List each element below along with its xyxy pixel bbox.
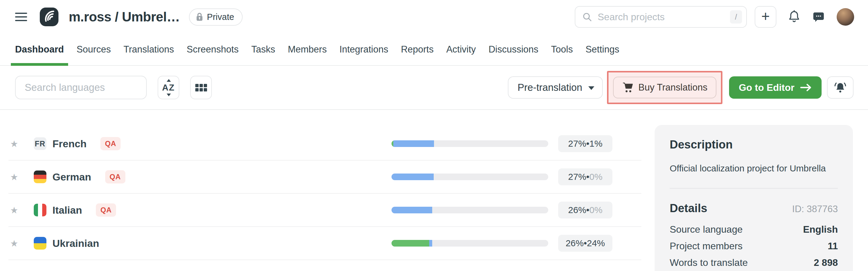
language-name: German	[53, 171, 91, 183]
ringing-bell-icon	[834, 81, 847, 94]
sort-languages-button[interactable]: AZ	[158, 76, 179, 99]
nav-tab-label: Sources	[76, 44, 111, 55]
progress-percent-badge: 26% • 24%	[558, 235, 613, 252]
messages-chat-icon[interactable]	[812, 10, 825, 24]
qa-issues-badge[interactable]: QA	[100, 137, 121, 150]
dashboard-main: ★ FR French QA 27% • 1% ★ German QA	[0, 110, 868, 271]
language-flag-icon	[34, 204, 46, 216]
nav-tab-label: Tasks	[251, 44, 275, 55]
language-list: ★ FR French QA 27% • 1% ★ German QA	[8, 127, 641, 260]
details-list: Source language English Project members …	[670, 224, 838, 268]
description-heading: Description	[670, 138, 838, 151]
nav-tab[interactable]: Activity	[446, 34, 476, 65]
nav-tab[interactable]: Tools	[551, 34, 572, 65]
approved-percent: 24%	[587, 238, 605, 248]
progress-percent-badge: 27% • 1%	[558, 135, 613, 152]
percent-separator: •	[586, 138, 590, 149]
detail-value: 11	[828, 241, 838, 252]
translation-progress-bar	[392, 207, 548, 213]
go-to-editor-button[interactable]: Go to Editor	[729, 76, 822, 99]
project-search-box[interactable]: /	[575, 6, 747, 28]
hamburger-menu-icon[interactable]	[15, 13, 27, 21]
translated-percent: 26%	[568, 205, 586, 215]
nav-tab[interactable]: Screenshots	[187, 34, 239, 65]
translation-progress-bar	[392, 240, 548, 247]
project-info-panel: Description Official localization projec…	[655, 125, 853, 271]
detail-label: Source language	[670, 224, 743, 235]
detail-row: Words to translate 2 898	[670, 257, 838, 268]
go-to-editor-label: Go to Editor	[739, 82, 795, 93]
shopping-cart-icon	[622, 82, 633, 93]
detail-row: Project members 11	[670, 241, 838, 252]
language-flag-icon	[34, 237, 46, 250]
nav-tab[interactable]: Dashboard	[15, 34, 64, 65]
buy-translations-label: Buy Translations	[638, 82, 707, 93]
top-header: m.ross / Umbrel… Private / +	[0, 0, 868, 34]
detail-label: Project members	[670, 241, 743, 252]
nav-tab[interactable]: Members	[288, 34, 327, 65]
language-flag-icon: FR	[34, 137, 46, 150]
create-project-button[interactable]: +	[755, 6, 776, 28]
qa-issues-badge[interactable]: QA	[105, 170, 125, 184]
lock-icon	[195, 12, 204, 21]
keyboard-shortcut-hint: /	[730, 10, 742, 24]
grid-view-button[interactable]	[190, 76, 212, 99]
buy-translations-button[interactable]: Buy Translations	[613, 77, 716, 99]
translated-percent: 27%	[568, 172, 586, 182]
detail-value: 2 898	[814, 257, 838, 268]
details-heading: Details	[670, 202, 707, 215]
translated-percent: 27%	[568, 138, 586, 149]
nav-tab[interactable]: Reports	[401, 34, 434, 65]
favorite-star-icon[interactable]: ★	[8, 205, 20, 215]
nav-tab-label: Screenshots	[187, 44, 239, 55]
panel-divider	[670, 188, 838, 189]
arrow-right-icon	[800, 83, 812, 92]
nav-tab-label: Settings	[586, 44, 619, 55]
project-breadcrumb-title: m.ross / Umbrel…	[69, 9, 180, 24]
favorite-star-icon[interactable]: ★	[8, 238, 20, 249]
language-name: Italian	[53, 204, 82, 216]
detail-row: Source language English	[670, 224, 838, 235]
announcements-button[interactable]	[827, 76, 854, 99]
qa-issues-badge[interactable]: QA	[96, 204, 116, 217]
approved-percent: 0%	[590, 172, 602, 182]
nav-tab[interactable]: Discussions	[489, 34, 538, 65]
language-row[interactable]: ★ German QA 27% • 0%	[8, 161, 641, 194]
highlight-annotation-box: Buy Translations	[607, 71, 722, 104]
pre-translation-dropdown[interactable]: Pre-translation	[508, 76, 603, 99]
grid-view-icon	[195, 84, 207, 91]
nav-tab[interactable]: Settings	[586, 34, 619, 65]
nav-tab-label: Members	[288, 44, 327, 55]
language-name: Ukrainian	[53, 238, 99, 249]
detail-label: Words to translate	[670, 257, 748, 268]
percent-separator: •	[584, 238, 587, 248]
nav-tab[interactable]: Tasks	[251, 34, 275, 65]
user-avatar[interactable]	[837, 8, 854, 26]
nav-tab[interactable]: Translations	[124, 34, 174, 65]
progress-percent-badge: 26% • 0%	[558, 201, 613, 218]
notifications-bell-icon[interactable]	[788, 10, 801, 24]
search-projects-input[interactable]	[597, 11, 730, 23]
nav-tab-label: Activity	[446, 44, 476, 55]
nav-tab[interactable]: Integrations	[339, 34, 388, 65]
favorite-star-icon[interactable]: ★	[8, 138, 20, 149]
detail-value: English	[803, 224, 838, 235]
language-search-box[interactable]	[15, 76, 147, 99]
translation-progress-bar	[392, 140, 548, 147]
search-languages-input[interactable]	[24, 81, 143, 93]
nav-tab-label: Integrations	[339, 44, 388, 55]
private-badge: Private	[189, 8, 243, 26]
sort-az-icon: AZ	[161, 83, 176, 93]
approved-percent: 0%	[590, 205, 602, 215]
favorite-star-icon[interactable]: ★	[8, 172, 20, 182]
language-row[interactable]: ★ Italian QA 26% • 0%	[8, 194, 641, 227]
nav-tab-label: Tools	[551, 44, 572, 55]
language-row[interactable]: ★ FR French QA 27% • 1%	[8, 127, 641, 161]
approved-percent: 1%	[590, 138, 602, 149]
nav-tab[interactable]: Sources	[76, 34, 111, 65]
project-id: ID: 387763	[792, 204, 838, 215]
crowdin-logo-icon[interactable]	[40, 7, 59, 26]
description-text: Official localization project for Umbrel…	[670, 163, 838, 173]
language-row[interactable]: ★ Ukrainian 26% • 24%	[8, 227, 641, 260]
percent-separator: •	[586, 172, 590, 182]
